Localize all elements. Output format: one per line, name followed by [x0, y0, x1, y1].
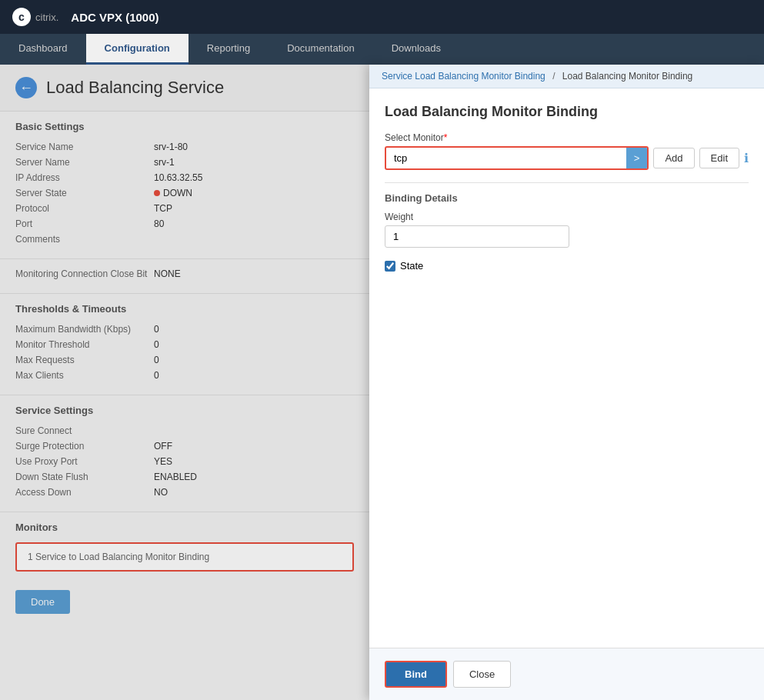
field-server-name: Server Name srv-1 [15, 157, 354, 168]
required-mark: * [444, 132, 448, 143]
thresholds-section: Thresholds & Timeouts Maximum Bandwidth … [0, 294, 369, 395]
breadcrumb-separator: / [552, 71, 555, 82]
back-button[interactable]: ← [15, 77, 37, 98]
service-settings-section: Service Settings Sure Connect Surge Prot… [0, 395, 369, 512]
thresholds-title: Thresholds & Timeouts [15, 303, 354, 315]
select-monitor-label: Select Monitor* [385, 132, 749, 143]
done-button[interactable]: Done [15, 590, 70, 614]
field-ip-address: IP Address 10.63.32.55 [15, 172, 354, 183]
monitoring-section: Monitoring Connection Close Bit NONE [0, 259, 369, 294]
field-monitoring-close-bit: Monitoring Connection Close Bit NONE [15, 268, 354, 279]
tab-documentation[interactable]: Documentation [269, 34, 372, 65]
citrix-logo: c citrix. [12, 8, 58, 26]
basic-settings-title: Basic Settings [15, 121, 354, 132]
breadcrumb-parent-link[interactable]: Service Load Balancing Monitor Binding [382, 71, 545, 82]
field-server-state: Server State DOWN [15, 188, 354, 198]
citrix-text: citrix. [35, 12, 58, 23]
field-max-clients: Max Clients 0 [15, 370, 354, 381]
weight-group: Weight [385, 212, 749, 248]
panel-title: Load Balancing Service [46, 78, 224, 98]
binding-details-title: Binding Details [385, 182, 749, 204]
nav-tabs: Dashboard Configuration Reporting Docume… [0, 34, 764, 65]
field-port: Port 80 [15, 218, 354, 229]
monitor-input-wrapper: > [385, 146, 649, 170]
field-monitor-threshold: Monitor Threshold 0 [15, 339, 354, 350]
field-access-down: Access Down NO [15, 487, 354, 498]
status-dot-down [154, 190, 160, 196]
modal-body: Load Balancing Monitor Binding Select Mo… [369, 88, 764, 648]
tab-reporting[interactable]: Reporting [188, 34, 269, 65]
citrix-logo-mark: c [12, 8, 31, 26]
tab-configuration[interactable]: Configuration [86, 34, 188, 65]
service-settings-title: Service Settings [15, 405, 354, 416]
monitors-title: Monitors [15, 522, 354, 533]
app-title: ADC VPX (1000) [71, 11, 158, 24]
bind-button[interactable]: Bind [385, 661, 447, 688]
tab-downloads[interactable]: Downloads [373, 34, 459, 65]
top-header: c citrix. ADC VPX (1000) [0, 0, 764, 34]
breadcrumb-current: Load Balancing Monitor Binding [562, 71, 692, 82]
breadcrumb: Service Load Balancing Monitor Binding /… [369, 65, 764, 88]
field-service-name: Service Name srv-1-80 [15, 142, 354, 152]
tab-dashboard[interactable]: Dashboard [0, 34, 86, 65]
main-content: ← Load Balancing Service Basic Settings … [0, 65, 764, 700]
close-button[interactable]: Close [453, 661, 511, 688]
state-label: State [400, 260, 423, 272]
monitors-section: Monitors 1 Service to Load Balancing Mon… [0, 512, 369, 581]
weight-label: Weight [385, 212, 749, 222]
field-down-state-flush: Down State Flush ENABLED [15, 472, 354, 482]
edit-button[interactable]: Edit [699, 148, 739, 168]
field-protocol: Protocol TCP [15, 203, 354, 214]
field-max-requests: Max Requests 0 [15, 355, 354, 365]
basic-settings-section: Basic Settings Service Name srv-1-80 Ser… [0, 112, 369, 259]
select-monitor-row: > Add Edit ℹ [385, 146, 749, 170]
state-checkbox-row: State [385, 260, 749, 272]
modal-title: Load Balancing Monitor Binding [385, 104, 749, 120]
info-button[interactable]: ℹ [744, 151, 749, 165]
modal-footer: Bind Close [369, 648, 764, 700]
weight-input[interactable] [385, 225, 569, 248]
field-comments: Comments [15, 234, 354, 245]
modal-panel: Service Load Balancing Monitor Binding /… [369, 65, 764, 700]
panel-header: ← Load Balancing Service [0, 65, 369, 112]
left-panel: ← Load Balancing Service Basic Settings … [0, 65, 369, 700]
field-max-bandwidth: Maximum Bandwidth (Kbps) 0 [15, 324, 354, 335]
field-use-proxy-port: Use Proxy Port YES [15, 456, 354, 467]
monitor-arrow-button[interactable]: > [626, 148, 648, 168]
select-monitor-group: Select Monitor* > Add Edit ℹ [385, 132, 749, 170]
state-checkbox[interactable] [385, 261, 395, 272]
field-surge-protection: Surge Protection OFF [15, 441, 354, 452]
field-sure-connect: Sure Connect [15, 425, 354, 436]
monitor-binding-box[interactable]: 1 Service to Load Balancing Monitor Bind… [15, 542, 354, 572]
monitor-input[interactable] [386, 148, 626, 168]
add-button[interactable]: Add [653, 148, 694, 168]
